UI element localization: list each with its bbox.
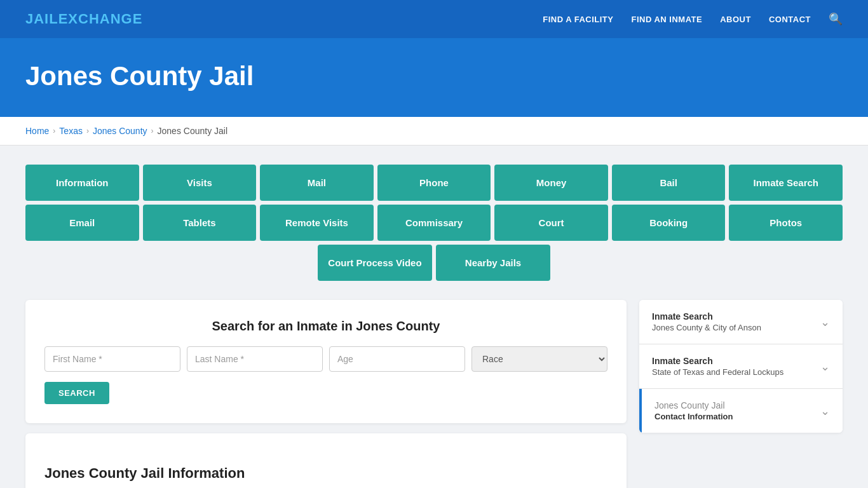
btn-commissary[interactable]: Commissary [377, 205, 491, 241]
breadcrumb-sep-1: › [53, 126, 55, 135]
breadcrumb: Home › Texas › Jones County › Jones Coun… [25, 126, 843, 136]
btn-inmate-search[interactable]: Inmate Search [729, 165, 843, 201]
btn-visits[interactable]: Visits [143, 165, 257, 201]
last-name-input[interactable] [187, 346, 323, 372]
search-panel: Search for an Inmate in Jones County Rac… [25, 300, 627, 423]
nav-buttons-grid: Information Visits Mail Phone Money Bail… [25, 165, 843, 281]
breadcrumb-jones-county[interactable]: Jones County [93, 126, 147, 136]
btn-tablets[interactable]: Tablets [143, 205, 257, 241]
btn-money[interactable]: Money [494, 165, 608, 201]
sidebar-sub-3: Contact Information [654, 412, 733, 421]
btn-court-process-video[interactable]: Court Process Video [318, 245, 432, 281]
breadcrumb-sep-3: › [151, 126, 154, 135]
navbar: JAILEXCHANGE FIND A FACILITY FIND AN INM… [0, 0, 868, 38]
btn-booking[interactable]: Booking [612, 205, 726, 241]
search-icon[interactable]: 🔍 [829, 12, 843, 26]
nav-about[interactable]: ABOUT [720, 15, 751, 24]
breadcrumb-current: Jones County Jail [158, 126, 228, 136]
section-title: Jones County Jail Information [44, 459, 607, 482]
sidebar-label-2: Inmate Search [652, 356, 783, 366]
btn-mail[interactable]: Mail [260, 165, 374, 201]
breadcrumb-bar: Home › Texas › Jones County › Jones Coun… [0, 117, 868, 146]
sidebar-sub-1: Jones County & City of Anson [652, 323, 761, 332]
hero-banner: Jones County Jail [0, 38, 868, 117]
btn-phone[interactable]: Phone [377, 165, 491, 201]
age-input[interactable] [329, 346, 465, 372]
btn-bail[interactable]: Bail [612, 165, 726, 201]
logo-part1: JAIL [25, 11, 58, 27]
sidebar: Inmate Search Jones County & City of Ans… [639, 300, 843, 433]
chevron-down-icon-1: ⌄ [820, 315, 830, 329]
sidebar-sub-2: State of Texas and Federal Lockups [652, 367, 783, 377]
nav-buttons-row3: Court Process Video Nearby Jails [25, 245, 843, 281]
search-panel-title: Search for an Inmate in Jones County [44, 319, 607, 334]
page-title: Jones County Jail [25, 61, 843, 92]
race-select[interactable]: Race White Black Hispanic Asian Other [471, 346, 607, 372]
logo-part2: EXCHANGE [58, 11, 143, 27]
nav-find-facility[interactable]: FIND A FACILITY [543, 15, 613, 24]
btn-court[interactable]: Court [494, 205, 608, 241]
chevron-down-icon-2: ⌄ [820, 360, 830, 374]
search-button[interactable]: SEARCH [44, 382, 109, 404]
chevron-down-icon-3: ⌄ [820, 404, 830, 418]
nav-buttons-row1: Information Visits Mail Phone Money Bail… [25, 165, 843, 201]
btn-remote-visits[interactable]: Remote Visits [260, 205, 374, 241]
search-fields: Race White Black Hispanic Asian Other [44, 346, 607, 372]
btn-information[interactable]: Information [25, 165, 139, 201]
first-name-input[interactable] [44, 346, 180, 372]
nav-find-inmate[interactable]: FIND AN INMATE [631, 15, 702, 24]
navbar-links: FIND A FACILITY FIND AN INMATE ABOUT CON… [543, 12, 843, 26]
sidebar-item-inmate-search-state[interactable]: Inmate Search State of Texas and Federal… [639, 344, 843, 389]
btn-nearby-jails[interactable]: Nearby Jails [436, 245, 550, 281]
btn-email[interactable]: Email [25, 205, 139, 241]
breadcrumb-home[interactable]: Home [25, 126, 49, 136]
content-area: Search for an Inmate in Jones County Rac… [25, 300, 843, 488]
sidebar-item-inmate-search-local[interactable]: Inmate Search Jones County & City of Ans… [639, 300, 843, 344]
nav-contact[interactable]: CONTACT [769, 15, 811, 24]
btn-photos[interactable]: Photos [729, 205, 843, 241]
site-logo[interactable]: JAILEXCHANGE [25, 11, 142, 27]
sidebar-label-3: Jones County Jail [654, 400, 733, 410]
sidebar-item-contact-info[interactable]: Jones County Jail Contact Information ⌄ [639, 389, 843, 433]
breadcrumb-sep-2: › [86, 126, 89, 135]
breadcrumb-texas[interactable]: Texas [59, 126, 83, 136]
nav-buttons-row2: Email Tablets Remote Visits Commissary C… [25, 205, 843, 241]
sidebar-label-1: Inmate Search [652, 311, 761, 322]
page-body: Information Visits Mail Phone Money Bail… [0, 146, 868, 488]
